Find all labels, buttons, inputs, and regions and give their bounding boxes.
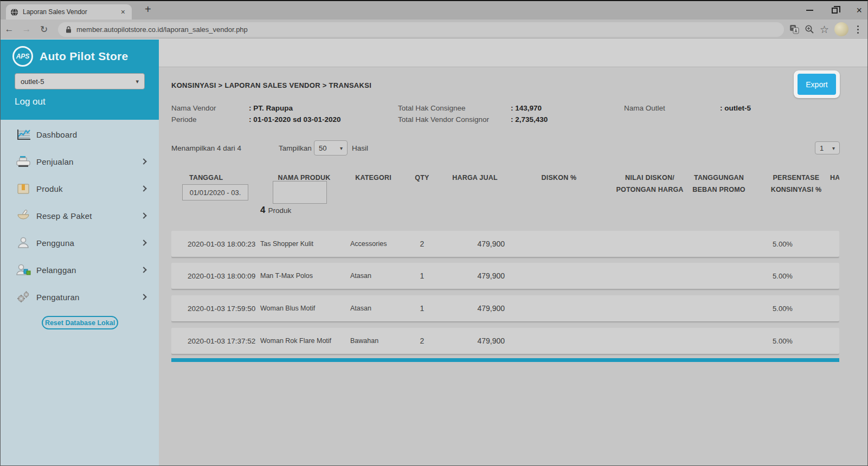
refresh-icon[interactable]: ↻ (35, 24, 53, 35)
chevron-right-icon (140, 185, 146, 191)
chevron-right-icon (140, 158, 146, 164)
logout-link[interactable]: Log out (15, 96, 46, 107)
globe-favicon-icon (10, 8, 18, 16)
sidebar-item-pengguna[interactable]: Pengguna (1, 229, 159, 256)
browser-url-bar: ← → ↻ member.autopilotstore.co.id/lapora… (1, 20, 867, 39)
periode-value: : 01-01-2020 sd 03-01-2020 (249, 115, 341, 124)
new-tab-icon[interactable]: + (140, 3, 156, 16)
product-count-label: Produk (268, 206, 291, 215)
horizontal-scrollbar[interactable] (171, 358, 839, 362)
hasil-label: Hasil (352, 144, 368, 152)
zoom-icon[interactable] (805, 24, 814, 34)
col-header-clipped: HA (830, 174, 839, 182)
back-icon[interactable]: ← (1, 24, 18, 35)
cell-qty: 2 (404, 231, 440, 257)
cell-tanggal: 2020-01-03 18:00:09 (188, 263, 269, 289)
cash-register-icon (15, 155, 32, 168)
chevron-down-icon: ▾ (832, 145, 835, 151)
url-field[interactable]: member.autopilotstore.co.id/laporan_sale… (58, 22, 784, 37)
sidebar-item-resep-paket[interactable]: Resep & Paket (1, 202, 159, 229)
nama-vendor-value: : PT. Rapupa (249, 104, 293, 112)
nama-produk-filter-input[interactable] (273, 181, 327, 204)
col-header-kategori: KATEGORI (342, 174, 404, 182)
sidebar-item-label: Dashboard (36, 130, 77, 139)
translate-icon[interactable] (789, 24, 799, 34)
total-hak-vendor-value: : 2,735,430 (511, 115, 548, 124)
cell-nama-produk: Man T-Max Polos (260, 263, 336, 289)
minimize-icon[interactable] (806, 10, 813, 11)
chevron-down-icon: ▾ (136, 78, 139, 85)
nama-outlet-label: Nama Outlet (624, 104, 665, 112)
sidebar-item-dashboard[interactable]: Dashboard (1, 121, 159, 148)
cell-harga-jual: 479,900 (440, 231, 505, 257)
cell-persentase: 5.00% (749, 263, 816, 289)
sidebar-item-label: Produk (36, 184, 63, 193)
export-button[interactable]: Export (798, 74, 836, 95)
sidebar-item-label: Pengguna (36, 238, 74, 248)
outlet-select-value: outlet-5 (21, 77, 44, 86)
profile-avatar[interactable] (834, 22, 848, 36)
page-size-select[interactable]: 50 ▾ (314, 140, 348, 156)
url-bar-actions: ☆ (789, 22, 867, 36)
col-header-tanggal: TANGGAL (189, 174, 223, 182)
periode-label: Periode (171, 115, 197, 124)
cell-tanggal: 2020-01-03 18:00:23 (188, 231, 269, 257)
cell-nama-produk: Woman Rok Flare Motif (260, 328, 336, 354)
cell-qty: 1 (404, 295, 440, 321)
tab-title: Laporan Sales Vendor (23, 8, 119, 16)
cell-kategori: Atasan (350, 263, 407, 289)
window-close-icon[interactable]: × (856, 5, 862, 15)
chevron-down-icon: ▾ (340, 145, 343, 151)
nama-vendor-label: Nama Vendor (171, 104, 216, 112)
page-number-select[interactable]: 1 ▾ (815, 141, 840, 154)
sidebar-item-penjualan[interactable]: Penjualan (1, 148, 159, 175)
sidebar-item-pelanggan[interactable]: Pelanggan (1, 256, 159, 283)
chevron-right-icon (140, 294, 146, 300)
content-top-bar (159, 40, 867, 67)
tab-close-icon[interactable]: × (119, 8, 127, 16)
cell-kategori: Accessories (350, 231, 407, 257)
outlet-select[interactable]: outlet-5 ▾ (15, 73, 145, 89)
sidebar-header: APS Auto Pilot Store outlet-5 ▾ Log out (1, 40, 159, 120)
browser-tab[interactable]: Laporan Sales Vendor × (6, 4, 132, 20)
forward-icon[interactable]: → (18, 24, 35, 35)
app-root: APS Auto Pilot Store outlet-5 ▾ Log out … (1, 39, 867, 465)
cell-diskon (526, 328, 591, 354)
cell-persentase: 5.00% (749, 328, 816, 354)
breadcrumb: KONSINYASI > LAPORAN SALES VENDOR > TRAN… (171, 81, 371, 89)
tanggal-filter-input[interactable] (182, 184, 248, 200)
url-text: member.autopilotstore.co.id/laporan_sale… (76, 25, 248, 34)
bookmark-star-icon[interactable]: ☆ (820, 24, 829, 35)
product-count: 4Produk (260, 205, 291, 216)
user-icon (15, 236, 32, 249)
table-row: 2020-01-03 17:59:50 Woman Blus Motif Ata… (171, 295, 839, 321)
showing-count-text: Menampilkan 4 dari 4 (171, 144, 241, 152)
lock-icon (66, 26, 72, 33)
col-header-persentase-2: KONSINYASI % (760, 186, 833, 193)
restore-icon[interactable] (832, 8, 838, 14)
col-header-persentase-1: PERSENTASE (760, 174, 833, 182)
aps-logo-icon: APS (12, 46, 33, 67)
nama-outlet-value: : outlet-5 (720, 104, 751, 112)
col-header-qty: QTY (404, 174, 440, 182)
table-row: 2020-01-03 18:00:09 Man T-Max Polos Atas… (171, 263, 839, 289)
sidebar-item-label: Penjualan (36, 157, 74, 166)
cell-tanggal: 2020-01-03 17:37:52 (188, 328, 269, 354)
page-size-value: 50 (319, 144, 326, 152)
sidebar-menu: Dashboard Penjualan Produk (1, 121, 159, 310)
dashboard-chart-icon (15, 128, 32, 140)
browser-tab-bar: Laporan Sales Vendor × + × (1, 1, 867, 20)
sidebar-item-pengaturan[interactable]: Pengaturan (1, 283, 159, 310)
product-box-icon (15, 182, 32, 195)
reset-database-button[interactable]: Reset Database Lokal (42, 316, 118, 329)
cell-diskon (526, 263, 591, 289)
sidebar-item-label: Pelanggan (36, 266, 76, 275)
cell-kategori: Bawahan (350, 328, 407, 354)
browser-menu-icon[interactable] (854, 24, 862, 35)
cell-persentase: 5.00% (749, 295, 816, 321)
cell-kategori: Atasan (350, 295, 407, 321)
sidebar-item-label: Resep & Paket (36, 211, 92, 221)
chevron-right-icon (140, 240, 146, 245)
col-header-harga-jual: HARGA JUAL (440, 174, 510, 182)
sidebar-item-produk[interactable]: Produk (1, 175, 159, 202)
